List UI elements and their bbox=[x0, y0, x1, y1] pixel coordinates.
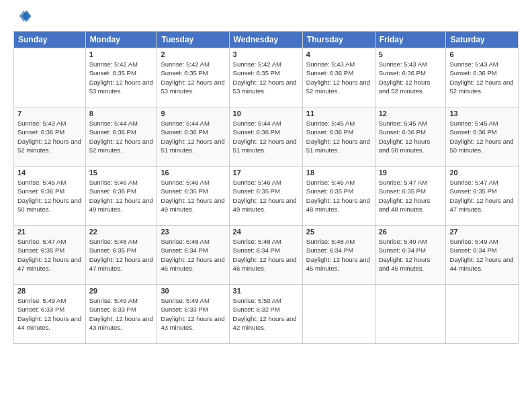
day-number: 27 bbox=[449, 228, 515, 236]
cell-content: Sunrise: 5:49 AMSunset: 6:33 PMDaylight:… bbox=[89, 296, 154, 332]
cell-content: Sunrise: 5:43 AMSunset: 6:36 PMDaylight:… bbox=[306, 60, 371, 95]
day-number: 8 bbox=[89, 109, 154, 118]
calendar-cell: 6 Sunrise: 5:43 AMSunset: 6:36 PMDayligh… bbox=[446, 48, 519, 107]
day-header-tuesday: Tuesday bbox=[157, 32, 229, 48]
calendar-week-row: 7 Sunrise: 5:43 AMSunset: 6:36 PMDayligh… bbox=[14, 107, 519, 167]
cell-content: Sunrise: 5:49 AMSunset: 6:33 PMDaylight:… bbox=[17, 296, 82, 332]
calendar-cell: 31 Sunrise: 5:50 AMSunset: 6:32 PMDaylig… bbox=[229, 285, 302, 344]
calendar-cell: 9 Sunrise: 5:44 AMSunset: 6:36 PMDayligh… bbox=[157, 107, 229, 167]
cell-content: Sunrise: 5:45 AMSunset: 6:36 PMDaylight:… bbox=[449, 119, 515, 154]
day-number: 20 bbox=[449, 169, 515, 177]
calendar-cell bbox=[14, 48, 86, 107]
cell-content: Sunrise: 5:45 AMSunset: 6:36 PMDaylight:… bbox=[379, 119, 443, 154]
calendar-cell: 20 Sunrise: 5:47 AMSunset: 6:35 PMDaylig… bbox=[446, 167, 519, 226]
calendar-cell: 1 Sunrise: 5:42 AMSunset: 6:35 PMDayligh… bbox=[85, 48, 157, 107]
calendar-cell bbox=[446, 285, 519, 344]
cell-content: Sunrise: 5:43 AMSunset: 6:36 PMDaylight:… bbox=[17, 119, 82, 154]
cell-content: Sunrise: 5:44 AMSunset: 6:36 PMDaylight:… bbox=[233, 119, 299, 154]
calendar-cell: 4 Sunrise: 5:43 AMSunset: 6:36 PMDayligh… bbox=[302, 48, 375, 107]
header-row bbox=[13, 7, 519, 26]
logo bbox=[13, 7, 35, 26]
day-number: 2 bbox=[161, 50, 225, 58]
day-number: 12 bbox=[379, 109, 443, 118]
calendar-week-row: 28 Sunrise: 5:49 AMSunset: 6:33 PMDaylig… bbox=[14, 285, 519, 344]
day-number: 22 bbox=[89, 228, 154, 236]
day-number: 26 bbox=[379, 228, 443, 236]
calendar-cell: 11 Sunrise: 5:45 AMSunset: 6:36 PMDaylig… bbox=[302, 107, 375, 167]
day-number: 28 bbox=[17, 287, 82, 295]
day-number: 16 bbox=[161, 169, 225, 177]
day-number: 23 bbox=[161, 228, 225, 236]
day-number: 19 bbox=[379, 169, 443, 177]
cell-content: Sunrise: 5:47 AMSunset: 6:35 PMDaylight:… bbox=[379, 178, 443, 214]
day-header-thursday: Thursday bbox=[302, 32, 375, 48]
calendar-cell: 22 Sunrise: 5:48 AMSunset: 6:35 PMDaylig… bbox=[85, 226, 157, 285]
calendar-cell: 3 Sunrise: 5:42 AMSunset: 6:35 PMDayligh… bbox=[229, 48, 302, 107]
day-number: 31 bbox=[233, 287, 299, 295]
calendar-cell: 28 Sunrise: 5:49 AMSunset: 6:33 PMDaylig… bbox=[14, 285, 86, 344]
calendar-cell bbox=[375, 285, 446, 344]
day-number: 18 bbox=[306, 169, 371, 177]
cell-content: Sunrise: 5:47 AMSunset: 6:35 PMDaylight:… bbox=[17, 237, 82, 273]
cell-content: Sunrise: 5:46 AMSunset: 6:36 PMDaylight:… bbox=[89, 178, 154, 214]
day-number: 25 bbox=[306, 228, 371, 236]
calendar-cell: 10 Sunrise: 5:44 AMSunset: 6:36 PMDaylig… bbox=[229, 107, 302, 167]
cell-content: Sunrise: 5:48 AMSunset: 6:34 PMDaylight:… bbox=[161, 237, 225, 273]
cell-content: Sunrise: 5:43 AMSunset: 6:36 PMDaylight:… bbox=[379, 60, 443, 95]
day-header-wednesday: Wednesday bbox=[229, 32, 302, 48]
cell-content: Sunrise: 5:44 AMSunset: 6:36 PMDaylight:… bbox=[161, 119, 225, 154]
calendar-week-row: 14 Sunrise: 5:45 AMSunset: 6:36 PMDaylig… bbox=[14, 167, 519, 226]
logo-icon bbox=[13, 7, 32, 26]
calendar-cell: 16 Sunrise: 5:46 AMSunset: 6:35 PMDaylig… bbox=[157, 167, 229, 226]
calendar-cell: 21 Sunrise: 5:47 AMSunset: 6:35 PMDaylig… bbox=[14, 226, 86, 285]
day-number: 3 bbox=[233, 50, 299, 58]
day-number: 5 bbox=[379, 50, 443, 58]
day-header-monday: Monday bbox=[85, 32, 157, 48]
calendar-table: SundayMondayTuesdayWednesdayThursdayFrid… bbox=[13, 31, 519, 344]
calendar-cell: 8 Sunrise: 5:44 AMSunset: 6:36 PMDayligh… bbox=[85, 107, 157, 167]
cell-content: Sunrise: 5:47 AMSunset: 6:35 PMDaylight:… bbox=[449, 178, 515, 214]
day-number: 13 bbox=[449, 109, 515, 118]
day-number: 1 bbox=[89, 50, 154, 58]
cell-content: Sunrise: 5:43 AMSunset: 6:36 PMDaylight:… bbox=[449, 60, 515, 95]
day-number: 15 bbox=[89, 169, 154, 177]
day-header-saturday: Saturday bbox=[446, 32, 519, 48]
cell-content: Sunrise: 5:44 AMSunset: 6:36 PMDaylight:… bbox=[89, 119, 154, 154]
calendar-cell: 15 Sunrise: 5:46 AMSunset: 6:36 PMDaylig… bbox=[85, 167, 157, 226]
cell-content: Sunrise: 5:42 AMSunset: 6:35 PMDaylight:… bbox=[161, 60, 225, 95]
day-number: 9 bbox=[161, 109, 225, 118]
calendar-cell: 23 Sunrise: 5:48 AMSunset: 6:34 PMDaylig… bbox=[157, 226, 229, 285]
calendar-header-row: SundayMondayTuesdayWednesdayThursdayFrid… bbox=[14, 32, 519, 48]
calendar-cell: 13 Sunrise: 5:45 AMSunset: 6:36 PMDaylig… bbox=[446, 107, 519, 167]
calendar-cell bbox=[302, 285, 375, 344]
day-number: 29 bbox=[89, 287, 154, 295]
cell-content: Sunrise: 5:46 AMSunset: 6:35 PMDaylight:… bbox=[233, 178, 299, 214]
day-header-sunday: Sunday bbox=[14, 32, 86, 48]
page: SundayMondayTuesdayWednesdayThursdayFrid… bbox=[0, 0, 532, 351]
day-number: 7 bbox=[17, 109, 82, 118]
cell-content: Sunrise: 5:48 AMSunset: 6:34 PMDaylight:… bbox=[233, 237, 299, 273]
calendar-cell: 17 Sunrise: 5:46 AMSunset: 6:35 PMDaylig… bbox=[229, 167, 302, 226]
calendar-body: 1 Sunrise: 5:42 AMSunset: 6:35 PMDayligh… bbox=[14, 48, 519, 344]
cell-content: Sunrise: 5:45 AMSunset: 6:36 PMDaylight:… bbox=[306, 119, 371, 154]
calendar-cell: 19 Sunrise: 5:47 AMSunset: 6:35 PMDaylig… bbox=[375, 167, 446, 226]
day-number: 14 bbox=[17, 169, 82, 177]
cell-content: Sunrise: 5:49 AMSunset: 6:33 PMDaylight:… bbox=[161, 296, 225, 332]
day-number: 21 bbox=[17, 228, 82, 236]
cell-content: Sunrise: 5:49 AMSunset: 6:34 PMDaylight:… bbox=[379, 237, 443, 273]
calendar-cell: 27 Sunrise: 5:49 AMSunset: 6:34 PMDaylig… bbox=[446, 226, 519, 285]
cell-content: Sunrise: 5:46 AMSunset: 6:35 PMDaylight:… bbox=[306, 178, 371, 214]
day-number: 6 bbox=[449, 50, 515, 58]
cell-content: Sunrise: 5:46 AMSunset: 6:35 PMDaylight:… bbox=[161, 178, 225, 214]
calendar-cell: 12 Sunrise: 5:45 AMSunset: 6:36 PMDaylig… bbox=[375, 107, 446, 167]
calendar-cell: 2 Sunrise: 5:42 AMSunset: 6:35 PMDayligh… bbox=[157, 48, 229, 107]
calendar-cell: 30 Sunrise: 5:49 AMSunset: 6:33 PMDaylig… bbox=[157, 285, 229, 344]
day-number: 4 bbox=[306, 50, 371, 58]
calendar-cell: 25 Sunrise: 5:48 AMSunset: 6:34 PMDaylig… bbox=[302, 226, 375, 285]
day-number: 24 bbox=[233, 228, 299, 236]
calendar-week-row: 1 Sunrise: 5:42 AMSunset: 6:35 PMDayligh… bbox=[14, 48, 519, 107]
cell-content: Sunrise: 5:45 AMSunset: 6:36 PMDaylight:… bbox=[17, 178, 82, 214]
day-number: 30 bbox=[161, 287, 225, 295]
calendar-cell: 24 Sunrise: 5:48 AMSunset: 6:34 PMDaylig… bbox=[229, 226, 302, 285]
calendar-cell: 26 Sunrise: 5:49 AMSunset: 6:34 PMDaylig… bbox=[375, 226, 446, 285]
